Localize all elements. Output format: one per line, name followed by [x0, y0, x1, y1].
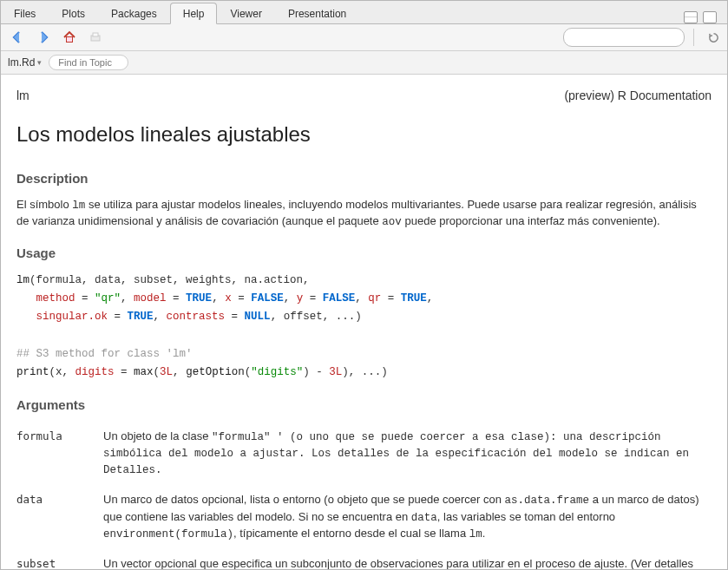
breadcrumb-label: lm.Rd: [8, 56, 35, 69]
help-content[interactable]: lm (preview) R Documentation Los modelos…: [1, 75, 727, 569]
table-row: formula Un objeto de la clase "formula" …: [16, 423, 712, 487]
home-button[interactable]: [58, 27, 81, 48]
tab-plots[interactable]: Plots: [49, 3, 98, 23]
doc-header: lm (preview) R Documentation: [16, 87, 712, 104]
usage-code: lm(formula, data, subset, weights, na.ac…: [16, 272, 712, 383]
table-row: subset Un vector opcional que especifica…: [16, 551, 712, 569]
breadcrumb[interactable]: lm.Rd ▾: [8, 56, 42, 69]
tab-viewer[interactable]: Viewer: [217, 3, 274, 23]
section-description: Description: [16, 169, 712, 188]
refresh-button[interactable]: [705, 29, 722, 46]
tab-packages[interactable]: Packages: [98, 3, 170, 23]
doc-topic: lm: [16, 87, 30, 104]
help-subbar: lm.Rd ▾: [1, 51, 727, 75]
pane-controls: [684, 11, 722, 23]
forward-button[interactable]: [32, 27, 55, 48]
svg-rect-0: [67, 37, 73, 43]
section-arguments: Arguments: [16, 396, 712, 415]
page-title: Los modelos lineales ajustables: [16, 120, 712, 150]
tab-files[interactable]: Files: [1, 3, 49, 23]
maximize-pane-button[interactable]: [703, 11, 717, 23]
print-button[interactable]: [84, 27, 107, 48]
description-text: El símbolo lm se utiliza para ajustar mo…: [16, 197, 712, 230]
doc-source: (preview) R Documentation: [564, 87, 712, 104]
back-button[interactable]: [6, 27, 29, 48]
arguments-table: formula Un objeto de la clase "formula" …: [16, 423, 712, 569]
section-usage: Usage: [16, 244, 712, 263]
chevron-down-icon: ▾: [37, 58, 42, 67]
tab-presentation[interactable]: Presentation: [275, 3, 359, 23]
table-row: data Un marco de datos opcional, lista o…: [16, 487, 712, 550]
tab-bar: Files Plots Packages Help Viewer Present…: [1, 1, 727, 24]
minimize-pane-button[interactable]: [684, 11, 698, 23]
svg-rect-2: [93, 33, 98, 36]
search-wrap: [563, 28, 685, 47]
help-toolbar: [1, 24, 727, 51]
tab-help[interactable]: Help: [170, 3, 218, 24]
find-in-topic-input[interactable]: [49, 55, 128, 70]
help-pane: Files Plots Packages Help Viewer Present…: [0, 0, 728, 570]
help-search-input[interactable]: [563, 28, 685, 47]
